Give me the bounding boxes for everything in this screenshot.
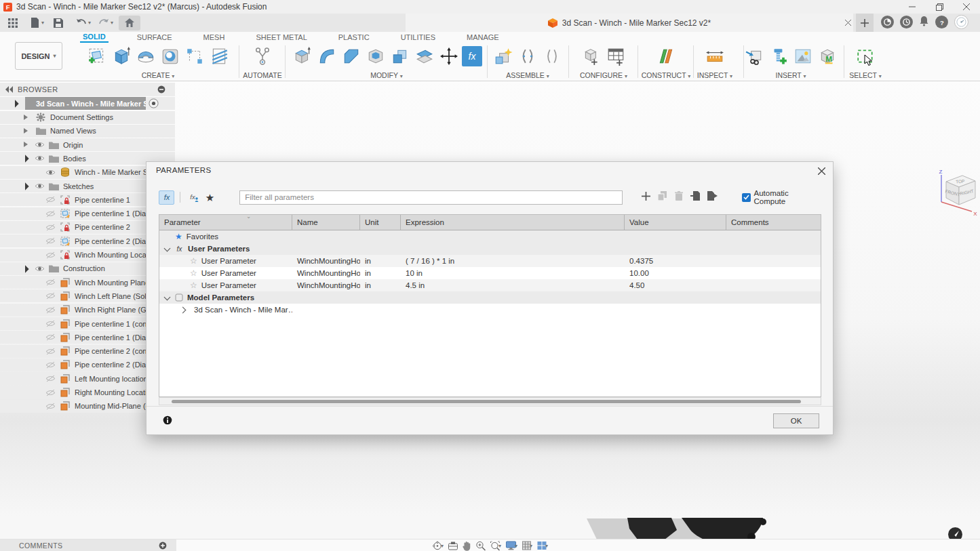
restore-button[interactable] — [926, 0, 953, 14]
parameter-row[interactable]: ☆User Parameter WinchMountingHo… in ( 7 … — [159, 255, 821, 267]
winch-model-3d[interactable] — [570, 434, 800, 551]
insert-fastener-icon[interactable] — [767, 44, 790, 68]
new-tab-button[interactable] — [856, 14, 874, 32]
ok-button[interactable]: OK — [773, 413, 819, 428]
group-modify-dropdown[interactable]: MODIFY ▾ — [288, 71, 486, 79]
move-copy-icon[interactable] — [437, 44, 460, 68]
tab-solid[interactable]: SOLID — [80, 32, 109, 43]
tab-manage[interactable]: MANAGE — [464, 33, 502, 42]
column-header-name[interactable]: Name — [292, 215, 360, 230]
configuration-table-icon[interactable] — [604, 44, 627, 68]
expand-arrow-icon[interactable] — [12, 100, 18, 106]
insert-mcmaster-icon[interactable]: M — [816, 44, 839, 68]
shell-icon[interactable] — [364, 44, 387, 68]
home-view-button[interactable] — [119, 16, 140, 30]
save-button[interactable] — [50, 16, 67, 30]
column-header-expression[interactable]: Expression — [401, 215, 625, 230]
tab-utilities[interactable]: UTILITIES — [398, 33, 438, 42]
joint-icon[interactable] — [516, 44, 539, 68]
zoom-window-caret-icon[interactable]: ▾ — [498, 543, 501, 549]
zoom-tool[interactable] — [475, 541, 486, 551]
eye-off-icon[interactable] — [45, 291, 56, 302]
expand-arrow-icon[interactable] — [22, 155, 28, 161]
viewports-caret-icon[interactable]: ▾ — [545, 543, 548, 549]
change-parameters-icon[interactable]: fx — [462, 46, 482, 66]
expand-arrow-icon[interactable] — [22, 115, 28, 121]
parameter-row[interactable]: ☆User Parameter WinchMountingHo… in 4.5 … — [159, 279, 821, 291]
param-expression-cell[interactable]: 4.5 in — [401, 279, 625, 291]
show-all-parameters-toggle[interactable]: fx — [159, 190, 174, 205]
activate-radio-icon[interactable] — [149, 98, 159, 108]
insert-canvas-icon[interactable] — [791, 44, 815, 68]
dialog-close-icon[interactable] — [815, 165, 827, 177]
eye-off-icon[interactable] — [45, 249, 56, 260]
expand-arrow-icon[interactable] — [22, 142, 28, 148]
browser-item-document-settings[interactable]: Document Settings — [0, 111, 175, 124]
eye-off-icon[interactable] — [45, 373, 56, 384]
press-pull-icon[interactable] — [291, 44, 314, 68]
workspace-selector[interactable]: DESIGN▾ — [15, 42, 62, 70]
param-unit-cell[interactable]: in — [360, 255, 401, 267]
extrude-icon[interactable] — [110, 44, 133, 68]
file-menu-caret-icon[interactable]: ▾ — [41, 20, 44, 26]
eye-icon[interactable] — [34, 153, 45, 164]
group-create-dropdown[interactable]: CREATE ▾ — [77, 71, 239, 79]
configuration-icon[interactable] — [580, 44, 603, 68]
extensions-icon[interactable] — [881, 16, 894, 28]
sort-indicator-icon[interactable]: ⌄ — [246, 213, 251, 220]
model-component-row[interactable]: 3d Scan - Winch - Mile Mar… — [159, 304, 821, 316]
scrollbar-thumb[interactable] — [172, 400, 801, 403]
close-window-button[interactable] — [953, 0, 980, 14]
eye-off-icon[interactable] — [45, 236, 56, 247]
eye-icon[interactable] — [45, 167, 56, 178]
horizontal-scrollbar[interactable] — [159, 397, 821, 405]
eye-off-icon[interactable] — [45, 304, 56, 315]
import-parameters-icon[interactable] — [690, 191, 700, 203]
column-header-value[interactable]: Value — [625, 215, 726, 230]
eye-off-icon[interactable] — [45, 319, 56, 329]
create-sketch-icon[interactable] — [85, 44, 109, 68]
column-header-parameter[interactable]: Parameter⌄ — [159, 215, 292, 230]
undo-caret-icon[interactable]: ▾ — [88, 20, 91, 26]
expand-comments-icon[interactable] — [159, 542, 167, 550]
revolve-icon[interactable] — [134, 44, 157, 68]
expand-group-icon[interactable] — [180, 307, 186, 312]
browser-item-root-component[interactable]: 3d Scan - Winch - Mile Marker S... — [0, 97, 175, 110]
app-grid-icon[interactable] — [4, 16, 22, 30]
param-unit-cell[interactable]: in — [360, 279, 401, 291]
fillet-icon[interactable] — [315, 44, 338, 68]
eye-off-icon[interactable] — [45, 359, 56, 370]
add-parameter-icon[interactable] — [642, 191, 650, 203]
favorite-toggle-icon[interactable]: ☆ — [190, 257, 197, 265]
group-construct-dropdown[interactable]: CONSTRUCT ▾ — [640, 71, 692, 79]
view-cube[interactable]: Z X TOP FRONT RIGHT — [933, 168, 980, 221]
param-expression-cell[interactable]: ( 7 / 16 ) * 1 in — [401, 255, 625, 267]
eye-icon[interactable] — [34, 140, 45, 150]
favorites-filter-toggle[interactable]: ★ — [202, 190, 218, 205]
close-tab-icon[interactable] — [841, 16, 855, 29]
tab-sheet-metal[interactable]: SHEET METAL — [253, 33, 309, 42]
job-status-icon[interactable] — [900, 16, 913, 28]
pan-tool[interactable] — [462, 541, 471, 551]
tab-plastic[interactable]: PLASTIC — [336, 33, 372, 42]
filter-parameters-input[interactable] — [239, 190, 623, 205]
insert-derive-icon[interactable] — [743, 44, 766, 68]
grid-display-tool[interactable]: ▾ — [522, 541, 532, 550]
group-configure-dropdown[interactable]: CONFIGURE ▾ — [571, 71, 636, 79]
collapse-panel-icon[interactable] — [5, 86, 14, 93]
orbit-caret-icon[interactable]: ▾ — [441, 543, 444, 549]
construct-plane-icon[interactable] — [654, 44, 678, 68]
export-parameters-icon[interactable] — [707, 191, 718, 203]
eye-off-icon[interactable] — [45, 332, 56, 343]
collapse-group-icon[interactable] — [164, 295, 170, 300]
new-component-icon[interactable] — [492, 44, 515, 68]
param-comments-cell[interactable] — [726, 267, 821, 279]
group-inspect-dropdown[interactable]: INSPECT ▾ — [689, 71, 741, 79]
column-header-unit[interactable]: Unit — [360, 215, 401, 230]
zoom-window-tool[interactable]: ▾ — [490, 541, 501, 551]
param-name-cell[interactable]: WinchMountingHo… — [292, 279, 360, 291]
offset-face-icon[interactable] — [413, 44, 436, 68]
browser-item-named-views[interactable]: Named Views — [0, 125, 175, 138]
user-parameters-group-row[interactable]: fxUser Parameters — [159, 243, 821, 255]
eye-off-icon[interactable] — [45, 208, 56, 219]
